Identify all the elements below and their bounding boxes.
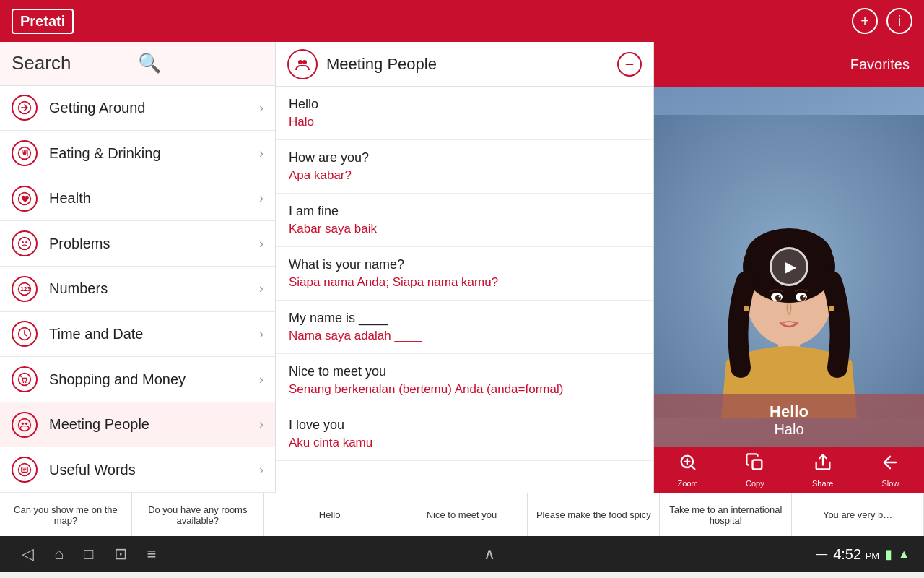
quick-phrase-6[interactable]: You are very b… [792,493,924,536]
phrase-list: Hello Halo How are you? Apa kabar? I am … [276,87,653,493]
share-icon [813,452,833,477]
quick-phrase-0[interactable]: Can you show me on the map? [0,493,132,536]
sidebar-item-numbers[interactable]: 123 Numbers › [0,267,275,312]
sidebar-item-health[interactable]: Health › [0,176,275,222]
svg-point-10 [23,381,25,383]
phrase-item-4[interactable]: My name is ____ Nama saya adalah ____ [276,301,653,354]
play-button[interactable] [770,247,808,286]
useful-words-icon [12,457,38,483]
quick-phrases-bar: Can you show me on the map? Do you have … [0,493,924,536]
phrase-translated-3: Siapa nama Anda; Siapa nama kamu? [289,275,640,290]
phrase-display: Hello Halo [654,394,924,447]
svg-point-12 [19,418,31,431]
problems-label: Problems [49,236,248,252]
battery-icon: ▮ [885,546,892,562]
chevron-icon: › [259,417,263,432]
sidebar-item-time-date[interactable]: Time and Date › [0,312,275,358]
svg-point-20 [302,60,307,64]
phrase-english-6: I love you [289,418,640,433]
chevron-icon: › [259,236,263,251]
phrase-translated-2: Kabar saya baik [289,222,640,236]
phrase-display-translated: Halo [660,421,918,438]
app-bar: Pretati + i [0,0,924,42]
search-bar[interactable]: Search 🔍 [0,42,275,86]
svg-rect-37 [752,460,762,469]
svg-point-33 [803,296,806,298]
zoom-icon [678,452,698,477]
meeting-people-label: Meeting People [49,416,248,433]
numbers-icon: 123 [12,276,38,302]
phrase-english-5: Nice to meet you [289,364,640,379]
phrase-item-0[interactable]: Hello Halo [276,87,653,140]
time-date-icon [12,321,38,347]
sidebar-item-getting-around[interactable]: Getting Around › [0,86,275,131]
phrase-translated-5: Senang berkenalan (bertemu) Anda (anda=f… [289,382,640,397]
svg-rect-16 [22,467,27,473]
phrase-item-5[interactable]: Nice to meet you Senang berkenalan (bert… [276,354,653,407]
numbers-label: Numbers [49,280,248,297]
sidebar-item-useful-words[interactable]: Useful Words › [0,447,275,493]
add-button[interactable]: + [852,8,878,34]
action-bar: Zoom Copy Share [654,447,924,493]
svg-point-14 [25,422,27,424]
chevron-icon: › [259,146,263,161]
menu-button[interactable]: ≡ [140,542,164,566]
meeting-people-icon [12,412,38,438]
phrase-english-1: How are you? [289,150,640,165]
copy-button[interactable]: Copy [745,452,765,488]
phrase-item-6[interactable]: I love you Aku cinta kamu [276,407,653,461]
zoom-button[interactable]: Zoom [678,452,698,488]
quick-phrase-4[interactable]: Please make the food spicy [528,493,660,536]
quick-phrase-1[interactable]: Do you have any rooms available? [132,493,264,536]
health-label: Health [49,190,248,207]
app-logo: Pretati [12,9,74,34]
svg-point-3 [19,238,31,250]
home-button[interactable]: ⌂ [47,542,71,566]
svg-point-34 [744,306,749,311]
phrase-translated-0: Halo [289,115,640,129]
main-layout: Search 🔍 Getting Around › Eating & Drink [0,42,924,493]
phrase-item-3[interactable]: What is your name? Siapa nama Anda; Siap… [276,247,653,301]
copy-label: Copy [746,479,764,488]
up-chevron[interactable]: ∧ [476,542,502,566]
sidebar-item-meeting-people[interactable]: Meeting People › [0,402,275,448]
chevron-icon: › [259,327,263,342]
sidebar-item-eating-drinking[interactable]: Eating & Drinking › [0,131,275,176]
back-button[interactable]: ◁ [14,542,41,566]
share-button[interactable]: Share [812,452,833,488]
phrase-translated-6: Aku cinta kamu [289,436,640,450]
phrase-display-english: Hello [660,402,918,421]
quick-phrase-3[interactable]: Nice to meet you [396,493,528,536]
info-button[interactable]: i [886,8,912,34]
problems-icon [12,230,38,256]
useful-words-label: Useful Words [49,462,248,478]
sidebar-item-shopping[interactable]: Shopping and Money › [0,357,275,402]
clock: 4:52 PM [833,546,879,563]
svg-point-4 [22,241,24,243]
phrase-item-2[interactable]: I am fine Kabar saya baik [276,194,653,247]
quick-phrase-5[interactable]: Take me to an international hospital [660,493,792,536]
close-button[interactable] [617,52,642,77]
sidebar-item-problems[interactable]: Problems › [0,221,275,267]
phrase-english-4: My name is ____ [289,311,640,326]
phrase-translated-4: Nama saya adalah ____ [289,329,640,343]
svg-point-15 [19,464,31,476]
quick-phrase-2[interactable]: Hello [264,493,396,536]
recents-button[interactable]: □ [77,542,100,566]
category-title: Meeting People [326,55,609,74]
avatar-image [654,87,924,447]
slow-label: Slow [882,479,899,488]
wifi-icon: ▲ [898,548,910,561]
svg-point-5 [25,241,27,243]
slow-button[interactable]: Slow [880,452,900,488]
center-panel: Meeting People Hello Halo How are you? A… [276,42,654,493]
right-panel: Favorites [654,42,924,493]
zoom-label: Zoom [678,479,698,488]
phrase-item-1[interactable]: How are you? Apa kabar? [276,140,653,194]
screenshot-button[interactable]: ⊡ [107,542,134,566]
chevron-icon: › [259,281,263,296]
app-bar-right: + i [852,8,912,34]
phrase-english-0: Hello [289,97,640,112]
svg-point-9 [19,374,31,386]
phrase-english-2: I am fine [289,204,640,219]
